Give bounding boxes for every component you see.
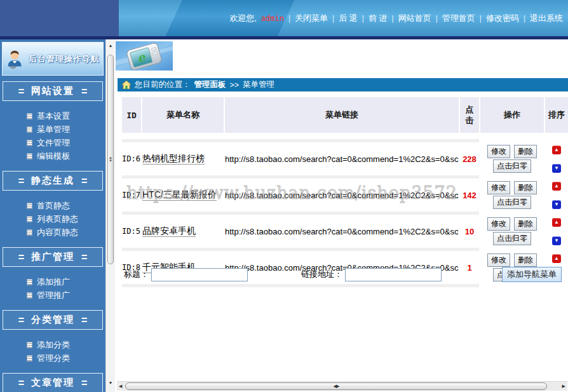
table-row: ID:6热销机型排行榜http://s8.taobao.com/search?c…	[122, 144, 568, 174]
action-line: 点击归零	[480, 159, 544, 173]
topbar-link[interactable]: 退出系统	[530, 13, 563, 24]
scroll-up-icon[interactable]: ▲	[106, 43, 115, 48]
header-id: ID	[122, 97, 141, 133]
reset-clicks-button[interactable]: 点击归零	[493, 196, 531, 209]
equals-icon: =	[81, 376, 87, 390]
separator: |	[332, 14, 334, 23]
menu-name-text: 品牌安卓手机	[142, 226, 196, 237]
scroll-right-icon[interactable]: ▶	[562, 384, 565, 389]
sidebar-section-header[interactable]: =推广管理=	[3, 247, 103, 267]
sidebar-item-label: 文件管理	[37, 137, 70, 149]
sidebar-item[interactable]: 添加分类	[0, 338, 105, 351]
spacer-cell	[122, 248, 479, 251]
edit-button[interactable]: 修改	[487, 253, 510, 267]
spacer-cell	[122, 284, 479, 287]
action-line: 修改删除	[480, 217, 544, 231]
sidebar-item[interactable]: 内容页静态	[0, 226, 105, 239]
cell-sort: ▲▼	[545, 144, 568, 174]
edit-button[interactable]: 修改	[487, 181, 510, 194]
spacer-cell	[122, 134, 568, 138]
move-down-icon[interactable]: ▼	[552, 164, 561, 173]
list-bullet-icon	[27, 203, 32, 209]
delete-button[interactable]: 删除	[514, 217, 537, 231]
sidebar-item[interactable]: 首页静态	[0, 199, 105, 212]
move-up-icon[interactable]: ▲	[552, 254, 561, 263]
add-menu-button[interactable]: 添加导航菜单	[502, 267, 562, 282]
table-row: ID:5品牌安卓手机http://s8.taobao.com/search?ca…	[122, 216, 568, 247]
scrollbar-grip-icon: ▲▼	[108, 156, 113, 163]
move-up-icon[interactable]: ▲	[552, 182, 561, 191]
cell-id: ID:5	[122, 216, 141, 247]
edit-button[interactable]: 修改	[487, 217, 510, 231]
horizontal-scrollbar[interactable]: ◀ ◀▶ ▶	[117, 381, 567, 391]
sidebar-item-label: 添加分类	[37, 339, 70, 351]
sidebar-item[interactable]: 添加推广	[0, 275, 105, 288]
menu-table: ID 菜单名称 菜单链接 点击 操作 排序 ID:6热销机型排行榜http://…	[121, 96, 568, 288]
sidebar-section-header[interactable]: =网站设置=	[3, 81, 103, 101]
sidebar-item-label: 首页静态	[37, 200, 70, 212]
delete-button[interactable]: 删除	[514, 181, 537, 194]
link-input[interactable]	[345, 268, 442, 281]
scrollbar-grip-icon: ◀▶	[334, 384, 339, 389]
sidebar-scrollbar[interactable]: ▲ ▲▼ ▼	[105, 39, 115, 392]
sidebar-item[interactable]: 文件管理	[0, 136, 105, 149]
topbar-link[interactable]: 后 退	[339, 13, 358, 24]
cell-name: 热销机型排行榜	[142, 144, 224, 174]
scroll-left-icon[interactable]: ◀	[119, 384, 122, 389]
horizontal-scrollbar-thumb[interactable]: ◀▶	[125, 382, 547, 390]
list-bullet-icon	[27, 126, 32, 133]
sidebar-item[interactable]: 基本设置	[0, 109, 105, 123]
sidebar-item[interactable]: 编辑模板	[0, 149, 105, 163]
sidebar-section-header[interactable]: =分类管理=	[3, 310, 103, 330]
sidebar-section-header[interactable]: =静态生成=	[3, 171, 103, 191]
spacer-cell	[122, 175, 479, 179]
table-spacer-row	[122, 139, 568, 142]
home-icon	[122, 81, 131, 89]
sidebar-item[interactable]: 管理分类	[0, 351, 105, 365]
section-title: 分类管理	[31, 314, 74, 326]
topbar-link[interactable]: 管理首页	[442, 13, 475, 24]
sidebar-section-header[interactable]: =文章管理=	[3, 373, 103, 392]
cell-clicks: 10	[460, 216, 479, 247]
cell-actions: 修改删除点击归零	[480, 180, 544, 210]
topbar-link[interactable]: 网站首页	[398, 13, 431, 24]
cell-link[interactable]: http://s8.taobao.com/search?cat=0&commen…	[225, 216, 459, 247]
cell-name: HTC/三星最新报价	[142, 180, 224, 210]
move-up-icon[interactable]: ▲	[552, 145, 561, 154]
equals-icon: =	[18, 174, 24, 188]
content: e 您目前的位置：管理面板 >> 菜单管理	[115, 39, 568, 392]
sidebar-scrollbar-thumb[interactable]: ▲▼	[107, 55, 114, 264]
admin-avatar-icon	[6, 48, 25, 71]
separator: |	[288, 14, 290, 23]
cell-name: 品牌安卓手机	[142, 216, 224, 247]
section-title: 推广管理	[31, 251, 74, 263]
move-down-icon[interactable]: ▼	[552, 236, 561, 245]
scroll-down-icon[interactable]: ▼	[106, 381, 115, 385]
edit-button[interactable]: 修改	[487, 145, 510, 158]
separator: |	[524, 14, 525, 23]
topbar-link[interactable]: 前 进	[369, 13, 388, 24]
spacer-cell	[480, 248, 544, 251]
move-up-icon[interactable]: ▲	[552, 218, 561, 227]
sidebar-item[interactable]: 菜单管理	[0, 123, 105, 136]
topbar-link[interactable]: 修改密码	[486, 13, 519, 24]
reset-clicks-button[interactable]: 点击归零	[493, 159, 531, 173]
topbar-link[interactable]: 关闭菜单	[295, 13, 328, 24]
cell-link[interactable]: http://s8.taobao.com/search?cat=0&commen…	[225, 144, 459, 174]
separator: |	[362, 14, 364, 23]
title-input[interactable]	[151, 268, 248, 281]
separator: |	[480, 14, 482, 23]
breadcrumb-section[interactable]: 管理面板	[194, 79, 226, 90]
move-down-icon[interactable]: ▼	[552, 200, 561, 209]
topbar-links: 欢迎您, admin |关闭菜单|后 退|前 进|网站首页|管理首页|修改密码|…	[229, 0, 563, 36]
list-bullet-icon	[27, 279, 32, 285]
sidebar-item[interactable]: 列表页静态	[0, 212, 105, 226]
delete-button[interactable]: 删除	[514, 253, 537, 267]
delete-button[interactable]: 删除	[514, 145, 537, 158]
sidebar-item[interactable]: 管理推广	[0, 288, 105, 302]
sidebar-item-label: 管理推广	[37, 290, 70, 301]
reset-clicks-button[interactable]: 点击归零	[493, 232, 531, 245]
cell-id: ID:7	[122, 180, 141, 210]
spacer-cell	[480, 212, 544, 215]
cell-link[interactable]: http://s8.taobao.com/search?cat=0&commen…	[225, 180, 459, 210]
